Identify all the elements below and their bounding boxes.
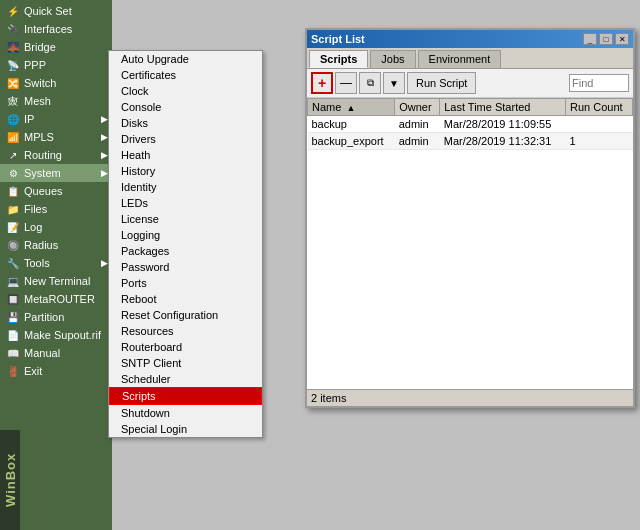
menu-item-resources[interactable]: Resources xyxy=(109,323,262,339)
menu-item-logging[interactable]: Logging xyxy=(109,227,262,243)
ip-arrow: ▶ xyxy=(101,114,108,124)
sidebar-item-radius[interactable]: 🔘 Radius xyxy=(0,236,112,254)
status-bar: 2 items xyxy=(307,389,633,406)
sidebar-brand: WinBox xyxy=(0,430,20,530)
routing-arrow: ▶ xyxy=(101,150,108,160)
menu-item-console[interactable]: Console xyxy=(109,99,262,115)
sidebar-item-exit[interactable]: 🚪 Exit xyxy=(0,362,112,380)
files-icon: 📁 xyxy=(6,202,20,216)
tools-icon: 🔧 xyxy=(6,256,20,270)
maximize-button[interactable]: □ xyxy=(599,33,613,45)
add-button[interactable]: + xyxy=(311,72,333,94)
menu-item-sntp[interactable]: SNTP Client xyxy=(109,355,262,371)
sidebar-item-mpls[interactable]: 📶 MPLS ▶ xyxy=(0,128,112,146)
sidebar-item-interfaces[interactable]: 🔌 Interfaces xyxy=(0,20,112,38)
toolbar: + — ⧉ ▼ Run Script xyxy=(307,69,633,98)
ppp-icon: 📡 xyxy=(6,58,20,72)
window-titlebar: Script List _ □ ✕ xyxy=(307,30,633,48)
supout-icon: 📄 xyxy=(6,328,20,342)
col-owner[interactable]: Owner xyxy=(395,99,440,116)
remove-button[interactable]: — xyxy=(335,72,357,94)
sidebar-item-ip[interactable]: 🌐 IP ▶ xyxy=(0,110,112,128)
menu-item-scripts[interactable]: Scripts xyxy=(109,387,262,405)
tab-jobs[interactable]: Jobs xyxy=(370,50,415,68)
menu-item-scheduler[interactable]: Scheduler xyxy=(109,371,262,387)
cell-last-time: Mar/28/2019 11:09:55 xyxy=(440,116,566,133)
sidebar-item-files[interactable]: 📁 Files xyxy=(0,200,112,218)
sidebar-item-new-terminal[interactable]: 💻 New Terminal xyxy=(0,272,112,290)
mesh-icon: 🕸 xyxy=(6,94,20,108)
cell-name: backup_export xyxy=(308,133,395,150)
sidebar-item-switch[interactable]: 🔀 Switch xyxy=(0,74,112,92)
manual-icon: 📖 xyxy=(6,346,20,360)
context-menu: Auto Upgrade Certificates Clock Console … xyxy=(108,50,263,438)
switch-icon: 🔀 xyxy=(6,76,20,90)
menu-item-ports[interactable]: Ports xyxy=(109,275,262,291)
table-row[interactable]: backup admin Mar/28/2019 11:09:55 xyxy=(308,116,633,133)
cell-run-count xyxy=(565,116,632,133)
sidebar-item-bridge[interactable]: 🌉 Bridge xyxy=(0,38,112,56)
metarouter-icon: 🔲 xyxy=(6,292,20,306)
window-controls: _ □ ✕ xyxy=(583,33,629,45)
sidebar-item-metarouter[interactable]: 🔲 MetaROUTER xyxy=(0,290,112,308)
remove-icon: — xyxy=(340,76,352,90)
menu-item-clock[interactable]: Clock xyxy=(109,83,262,99)
tab-environment[interactable]: Environment xyxy=(418,50,502,68)
menu-item-password[interactable]: Password xyxy=(109,259,262,275)
close-button[interactable]: ✕ xyxy=(615,33,629,45)
sidebar-item-tools[interactable]: 🔧 Tools ▶ xyxy=(0,254,112,272)
ip-icon: 🌐 xyxy=(6,112,20,126)
sidebar-item-mesh[interactable]: 🕸 Mesh xyxy=(0,92,112,110)
log-icon: 📝 xyxy=(6,220,20,234)
table-row[interactable]: backup_export admin Mar/28/2019 11:32:31… xyxy=(308,133,633,150)
menu-item-auto-upgrade[interactable]: Auto Upgrade xyxy=(109,51,262,67)
col-last-time[interactable]: Last Time Started xyxy=(440,99,566,116)
sidebar-item-manual[interactable]: 📖 Manual xyxy=(0,344,112,362)
tab-bar: Scripts Jobs Environment xyxy=(307,48,633,69)
menu-item-routerboard[interactable]: Routerboard xyxy=(109,339,262,355)
menu-item-disks[interactable]: Disks xyxy=(109,115,262,131)
sidebar-item-ppp[interactable]: 📡 PPP xyxy=(0,56,112,74)
sidebar-item-log[interactable]: 📝 Log xyxy=(0,218,112,236)
menu-item-certificates[interactable]: Certificates xyxy=(109,67,262,83)
copy-icon: ⧉ xyxy=(367,77,374,89)
quick-set-icon: ⚡ xyxy=(6,4,20,18)
sidebar-item-make-supout[interactable]: 📄 Make Supout.rif xyxy=(0,326,112,344)
tab-scripts[interactable]: Scripts xyxy=(309,50,368,68)
mpls-icon: 📶 xyxy=(6,130,20,144)
menu-item-reset-config[interactable]: Reset Configuration xyxy=(109,307,262,323)
menu-item-packages[interactable]: Packages xyxy=(109,243,262,259)
queues-icon: 📋 xyxy=(6,184,20,198)
col-name[interactable]: Name ▲ xyxy=(308,99,395,116)
radius-icon: 🔘 xyxy=(6,238,20,252)
cell-name: backup xyxy=(308,116,395,133)
run-script-button[interactable]: Run Script xyxy=(407,72,476,94)
menu-item-identity[interactable]: Identity xyxy=(109,179,262,195)
sidebar-item-partition[interactable]: 💾 Partition xyxy=(0,308,112,326)
filter-button[interactable]: ▼ xyxy=(383,72,405,94)
menu-item-heath[interactable]: Heath xyxy=(109,147,262,163)
copy-button[interactable]: ⧉ xyxy=(359,72,381,94)
routing-icon: ↗ xyxy=(6,148,20,162)
cell-run-count: 1 xyxy=(565,133,632,150)
col-run-count[interactable]: Run Count xyxy=(565,99,632,116)
menu-item-drivers[interactable]: Drivers xyxy=(109,131,262,147)
sidebar-item-routing[interactable]: ↗ Routing ▶ xyxy=(0,146,112,164)
system-arrow: ▶ xyxy=(101,168,108,178)
menu-item-history[interactable]: History xyxy=(109,163,262,179)
sidebar-item-queues[interactable]: 📋 Queues xyxy=(0,182,112,200)
tools-arrow: ▶ xyxy=(101,258,108,268)
minimize-button[interactable]: _ xyxy=(583,33,597,45)
filter-icon: ▼ xyxy=(389,78,399,89)
menu-item-license[interactable]: License xyxy=(109,211,262,227)
sidebar-item-system[interactable]: ⚙ System ▶ xyxy=(0,164,112,182)
menu-item-leds[interactable]: LEDs xyxy=(109,195,262,211)
find-input[interactable] xyxy=(569,74,629,92)
terminal-icon: 💻 xyxy=(6,274,20,288)
sidebar-item-quick-set[interactable]: ⚡ Quick Set xyxy=(0,2,112,20)
table-container[interactable]: Name ▲ Owner Last Time Started Run Count… xyxy=(307,98,633,389)
menu-item-special-login[interactable]: Special Login xyxy=(109,421,262,437)
menu-item-shutdown[interactable]: Shutdown xyxy=(109,405,262,421)
items-count: 2 items xyxy=(311,392,346,404)
menu-item-reboot[interactable]: Reboot xyxy=(109,291,262,307)
